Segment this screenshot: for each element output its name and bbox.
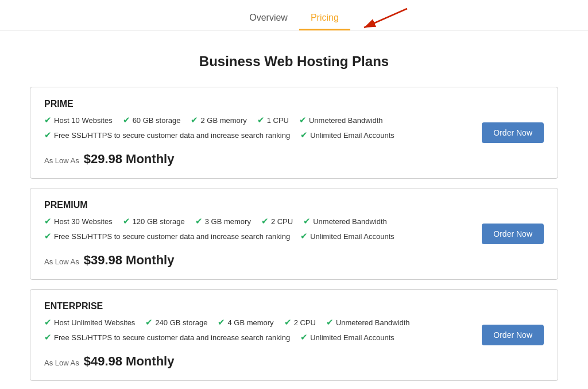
check-icon: ✔ xyxy=(44,317,52,328)
plan-price-row-enterprise: As Low As $49.98 Monthly xyxy=(44,354,468,369)
page-title: Business Web Hosting Plans xyxy=(30,53,558,70)
svg-line-1 xyxy=(364,9,407,28)
feature-item: ✔60 GB storage xyxy=(123,115,181,125)
feature-item: ✔2 CPU xyxy=(284,317,316,328)
plan-price-row-prime: As Low As $29.98 Monthly xyxy=(44,152,468,167)
check-icon: ✔ xyxy=(257,115,265,125)
feature-row-1: ✔Host Unlimited Websites ✔240 GB storage… xyxy=(44,317,468,328)
feature-item: ✔1 CPU xyxy=(257,115,289,125)
check-icon: ✔ xyxy=(44,130,52,140)
check-icon: ✔ xyxy=(44,231,52,241)
check-icon: ✔ xyxy=(299,115,307,125)
feature-item: ✔Unmetered Bandwidth xyxy=(326,317,410,328)
feature-item: ✔Host 30 Websites xyxy=(44,216,113,226)
check-icon: ✔ xyxy=(44,216,52,226)
check-icon: ✔ xyxy=(261,216,269,226)
plan-price-row-premium: As Low As $39.98 Monthly xyxy=(44,253,468,268)
check-icon: ✔ xyxy=(44,115,52,125)
feature-row-2: ✔Free SSL/HTTPS to secure customer data … xyxy=(44,231,468,241)
feature-item: ✔Free SSL/HTTPS to secure customer data … xyxy=(44,332,290,342)
plan-card-enterprise: ENTERPRISE ✔Host Unlimited Websites ✔240… xyxy=(30,289,558,381)
price-amount-premium: $39.98 Monthly xyxy=(84,253,175,268)
feature-item: ✔Unmetered Bandwidth xyxy=(299,115,383,125)
page-content: Business Web Hosting Plans PRIME ✔Host 1… xyxy=(18,30,570,389)
feature-row-1: ✔Host 10 Websites ✔60 GB storage ✔2 GB m… xyxy=(44,115,468,125)
plan-info-premium: PREMIUM ✔Host 30 Websites ✔120 GB storag… xyxy=(44,200,468,268)
feature-item: ✔Free SSL/HTTPS to secure customer data … xyxy=(44,231,290,241)
annotation-arrow xyxy=(353,6,410,34)
feature-row-2: ✔Free SSL/HTTPS to secure customer data … xyxy=(44,130,468,140)
check-icon: ✔ xyxy=(123,216,130,226)
check-icon: ✔ xyxy=(145,317,153,328)
check-icon: ✔ xyxy=(300,332,308,342)
feature-item: ✔Unmetered Bandwidth xyxy=(303,216,387,226)
price-label-premium: As Low As xyxy=(44,257,79,266)
feature-item: ✔Unlimited Email Accounts xyxy=(300,231,394,241)
plan-name-premium: PREMIUM xyxy=(44,200,468,210)
tab-overview[interactable]: Overview xyxy=(238,7,299,30)
check-icon: ✔ xyxy=(191,115,198,125)
plan-name-prime: PRIME xyxy=(44,99,468,109)
feature-item: ✔240 GB storage xyxy=(145,317,207,328)
tab-pricing[interactable]: Pricing xyxy=(299,7,350,30)
feature-item: ✔3 GB memory xyxy=(195,216,251,226)
order-button-premium[interactable]: Order Now xyxy=(482,224,544,244)
plan-features-premium: ✔Host 30 Websites ✔120 GB storage ✔3 GB … xyxy=(44,216,468,244)
feature-item: ✔Unlimited Email Accounts xyxy=(300,130,394,140)
feature-item: ✔Host 10 Websites xyxy=(44,115,113,125)
plan-info-prime: PRIME ✔Host 10 Websites ✔60 GB storage ✔… xyxy=(44,99,468,167)
price-amount-enterprise: $49.98 Monthly xyxy=(84,354,175,369)
check-icon: ✔ xyxy=(303,216,311,226)
price-amount-prime: $29.98 Monthly xyxy=(84,152,175,167)
feature-item: ✔2 GB memory xyxy=(191,115,246,125)
feature-row-1: ✔Host 30 Websites ✔120 GB storage ✔3 GB … xyxy=(44,216,468,226)
feature-item: ✔2 CPU xyxy=(261,216,293,226)
order-button-enterprise[interactable]: Order Now xyxy=(482,325,544,345)
feature-item: ✔120 GB storage xyxy=(123,216,185,226)
plans-container: PRIME ✔Host 10 Websites ✔60 GB storage ✔… xyxy=(30,87,558,381)
nav-tabs: Overview Pricing xyxy=(0,0,588,30)
feature-item: ✔4 GB memory xyxy=(218,317,273,328)
feature-item: ✔Unlimited Email Accounts xyxy=(300,332,394,342)
check-icon: ✔ xyxy=(195,216,203,226)
plan-name-enterprise: ENTERPRISE xyxy=(44,301,468,311)
price-label-enterprise: As Low As xyxy=(44,359,79,367)
check-icon: ✔ xyxy=(123,115,130,125)
plan-card-premium: PREMIUM ✔Host 30 Websites ✔120 GB storag… xyxy=(30,188,558,280)
plan-card-prime: PRIME ✔Host 10 Websites ✔60 GB storage ✔… xyxy=(30,87,558,179)
check-icon: ✔ xyxy=(218,317,225,328)
plan-info-enterprise: ENTERPRISE ✔Host Unlimited Websites ✔240… xyxy=(44,301,468,369)
check-icon: ✔ xyxy=(300,130,308,140)
check-icon: ✔ xyxy=(326,317,334,328)
check-icon: ✔ xyxy=(300,231,308,241)
order-button-prime[interactable]: Order Now xyxy=(482,122,544,143)
plan-features-enterprise: ✔Host Unlimited Websites ✔240 GB storage… xyxy=(44,317,468,345)
feature-row-2: ✔Free SSL/HTTPS to secure customer data … xyxy=(44,332,468,342)
plan-features-prime: ✔Host 10 Websites ✔60 GB storage ✔2 GB m… xyxy=(44,115,468,142)
feature-item: ✔Host Unlimited Websites xyxy=(44,317,135,328)
price-label-prime: As Low As xyxy=(44,156,79,165)
check-icon: ✔ xyxy=(284,317,292,328)
feature-item: ✔Free SSL/HTTPS to secure customer data … xyxy=(44,130,290,140)
check-icon: ✔ xyxy=(44,332,52,342)
